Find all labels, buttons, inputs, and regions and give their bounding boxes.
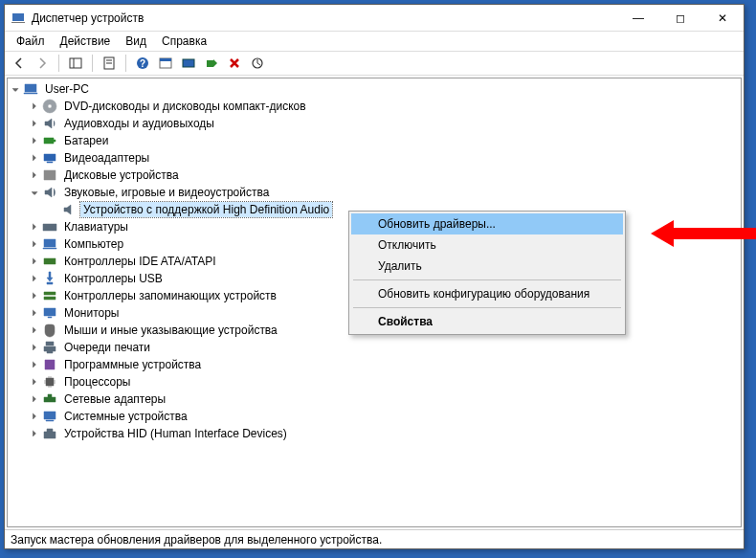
scan-hardware-button[interactable] — [247, 53, 268, 74]
category-label: Аудиовходы и аудиовыходы — [61, 116, 217, 131]
expand-icon[interactable]: 🞂 — [29, 100, 40, 112]
status-text: Запуск мастера обновления драйверов для … — [11, 533, 382, 547]
category-disk[interactable]: 🞂 Дисковые устройства — [27, 167, 741, 184]
category-net[interactable]: 🞂 Сетевые адаптеры — [27, 391, 741, 408]
expand-icon[interactable]: 🞂 — [29, 238, 40, 250]
minimize-button[interactable]: ― — [617, 5, 659, 31]
expand-icon[interactable]: 🞂 — [29, 393, 40, 405]
ctx-scan-hardware[interactable]: Обновить конфигурацию оборудования — [351, 283, 623, 304]
expand-icon[interactable]: 🞂 — [29, 118, 40, 129]
monitor-icon — [42, 305, 57, 321]
expand-icon[interactable]: 🞂 — [29, 273, 40, 284]
category-label: Мыши и иные указывающие устройства — [61, 323, 280, 338]
statusbar: Запуск мастера обновления драйверов для … — [5, 529, 744, 548]
expand-icon[interactable]: 🞂 — [29, 324, 40, 336]
category-label: Клавиатуры — [61, 219, 131, 234]
category-audio-io[interactable]: 🞂 Аудиовходы и аудиовыходы — [27, 115, 741, 132]
category-battery[interactable]: 🞂 Батареи — [27, 132, 741, 149]
expand-icon[interactable]: 🞂 — [29, 152, 40, 164]
system-icon — [42, 409, 57, 424]
ctx-update-drivers[interactable]: Обновить драйверы... — [351, 213, 623, 234]
cpu-icon — [42, 374, 57, 390]
expand-icon[interactable]: 🞂 — [29, 256, 40, 267]
window-buttons: ― ◻ ✕ — [617, 5, 744, 31]
category-label: Компьютер — [61, 236, 126, 252]
device-tree-panel[interactable]: 🞃 User-PC 🞂 DVD-дисководы и дисководы ко… — [7, 78, 742, 527]
update-driver-button[interactable] — [178, 53, 199, 74]
titlebar: Диспетчер устройств ― ◻ ✕ — [5, 5, 744, 32]
window-title: Диспетчер устройств — [32, 11, 617, 25]
help-button[interactable]: ? — [132, 53, 153, 74]
expand-icon[interactable]: 🞃 — [29, 187, 40, 198]
maximize-button[interactable]: ◻ — [659, 5, 701, 31]
usb-icon — [42, 271, 57, 286]
nav-forward-button[interactable] — [32, 53, 53, 74]
ctx-uninstall[interactable]: Удалить — [351, 256, 623, 277]
category-label: Контроллеры USB — [61, 271, 166, 286]
properties-button[interactable] — [99, 53, 120, 74]
category-label: Дисковые устройства — [61, 167, 182, 183]
toolbar: ? — [5, 51, 744, 76]
ctx-separator — [353, 279, 621, 280]
category-system[interactable]: 🞂 Системные устройства — [27, 408, 741, 425]
category-label: Видеоадаптеры — [61, 150, 152, 166]
category-label: Очереди печати — [61, 340, 153, 355]
svg-rect-1 — [11, 22, 25, 23]
device-manager-window: Диспетчер устройств ― ◻ ✕ Файл Действие … — [4, 4, 745, 549]
expand-icon[interactable]: 🞂 — [29, 221, 40, 233]
enable-button[interactable] — [201, 53, 222, 74]
disk-icon — [42, 167, 57, 183]
category-label: Сетевые адаптеры — [61, 391, 168, 407]
category-hid[interactable]: 🞂 Устройства HID (Human Interface Device… — [27, 425, 741, 442]
expand-icon[interactable]: 🞂 — [29, 411, 40, 422]
category-video[interactable]: 🞂 Видеоадаптеры — [27, 149, 741, 167]
category-print-queue[interactable]: 🞂 Очереди печати — [27, 339, 741, 356]
computer-icon — [42, 236, 57, 252]
expand-icon[interactable]: 🞂 — [29, 359, 40, 370]
menu-help[interactable]: Справка — [154, 33, 214, 50]
expand-icon[interactable]: 🞂 — [29, 135, 40, 146]
nav-back-button[interactable] — [9, 53, 30, 74]
video-icon — [42, 150, 57, 166]
menu-file[interactable]: Файл — [9, 33, 53, 50]
root-label: User-PC — [42, 81, 92, 97]
category-dvd[interactable]: 🞂 DVD-дисководы и дисководы компакт-диск… — [27, 98, 741, 115]
category-software[interactable]: 🞂 Программные устройства — [27, 356, 741, 373]
software-icon — [42, 357, 57, 372]
show-hide-tree-button[interactable] — [65, 53, 86, 74]
menu-view[interactable]: Вид — [118, 33, 154, 50]
category-sound[interactable]: 🞃 Звуковые, игровые и видеоустройства — [27, 184, 741, 201]
svg-rect-10 — [160, 58, 171, 61]
svg-text:?: ? — [140, 58, 145, 69]
category-label: Программные устройства — [61, 357, 204, 372]
toolbar-separator — [125, 55, 126, 72]
toolbar-separator — [92, 55, 93, 72]
category-label: Системные устройства — [61, 409, 190, 424]
print-queue-icon — [42, 340, 57, 355]
expand-icon[interactable]: 🞂 — [29, 428, 40, 439]
expand-icon[interactable]: 🞂 — [29, 376, 40, 388]
ctx-disable[interactable]: Отключить — [351, 234, 623, 256]
expand-icon[interactable]: 🞂 — [29, 290, 40, 301]
root-icon — [23, 81, 38, 97]
category-label: Процессоры — [61, 374, 134, 390]
expand-icon[interactable]: 🞂 — [29, 169, 40, 181]
category-label: Контроллеры запоминающих устройств — [61, 288, 279, 303]
storage-ctrl-icon — [42, 288, 57, 303]
category-label: Мониторы — [61, 305, 122, 321]
ctx-properties[interactable]: Свойства — [351, 311, 623, 332]
tree-root-node[interactable]: 🞃 User-PC — [8, 80, 741, 98]
net-icon — [42, 391, 57, 407]
keyboard-icon — [42, 219, 57, 234]
device-label: Устройство с поддержкой High Definition … — [80, 202, 332, 217]
uninstall-button[interactable] — [224, 53, 245, 74]
ctx-separator — [353, 307, 621, 308]
category-label: Контроллеры IDE ATA/ATAPI — [61, 254, 219, 269]
action-button[interactable] — [155, 53, 176, 74]
expand-icon[interactable]: 🞂 — [29, 342, 40, 353]
expand-icon[interactable]: 🞂 — [29, 307, 40, 319]
collapse-icon[interactable]: 🞃 — [10, 83, 21, 95]
menu-action[interactable]: Действие — [53, 33, 119, 50]
category-cpu[interactable]: 🞂 Процессоры — [27, 373, 741, 391]
close-button[interactable]: ✕ — [701, 5, 744, 31]
